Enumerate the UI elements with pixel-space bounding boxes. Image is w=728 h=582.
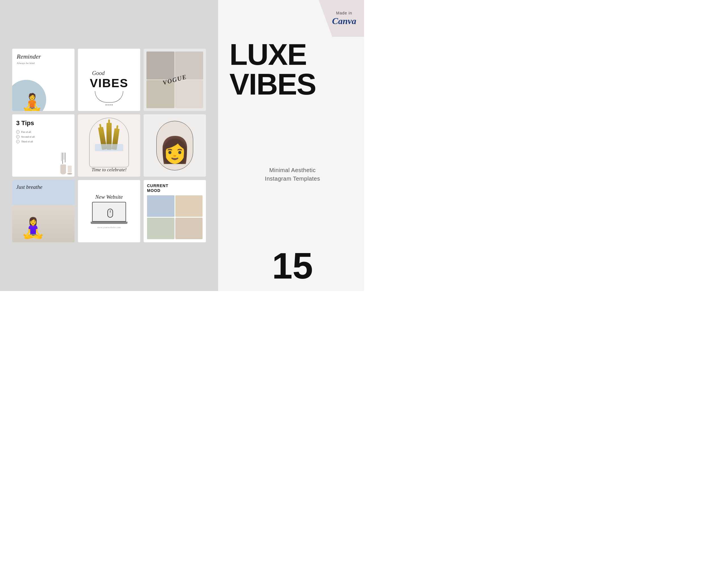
mouse-icon xyxy=(107,209,113,218)
mood-title: CURRENTMOOD xyxy=(147,184,203,193)
canva-text: Canva xyxy=(332,16,356,26)
mood-img-2 xyxy=(175,195,203,217)
vogue-img-4 xyxy=(175,80,203,108)
mood-collage xyxy=(147,195,203,239)
tip-check-3: ✓ xyxy=(16,140,20,143)
dots-decoration xyxy=(106,105,112,105)
tip-item-1: ✓ Fist of all xyxy=(16,130,71,134)
card-celebrate[interactable]: Time to celebrate! xyxy=(78,114,140,177)
made-in-text: Made in xyxy=(336,11,353,15)
left-panel: Reminder Always be kind 🧘 Good VIBES xyxy=(0,0,218,291)
brand-title-area: LUXE VIBES xyxy=(230,39,356,99)
vibes-text: VIBES xyxy=(90,77,128,90)
laptop-shape xyxy=(90,202,128,224)
mood-img-1 xyxy=(147,195,175,217)
card-reminder[interactable]: Reminder Always be kind 🧘 xyxy=(12,49,75,111)
diffuser-bottle xyxy=(60,164,66,174)
bottle-ice xyxy=(95,144,123,151)
tip-check-2: ✓ xyxy=(16,135,20,138)
card-website[interactable]: New Website www.yourwebsite.com xyxy=(78,180,140,242)
card-oval[interactable]: 👩 xyxy=(144,114,206,177)
brand-section: LUXE VIBES Minimal Aesthetic Instagram T… xyxy=(230,39,356,282)
woman-figure: 👩 xyxy=(159,135,191,165)
tip-text-1: Fist of all xyxy=(21,131,31,133)
card-vogue[interactable]: VOGUE xyxy=(144,49,206,111)
brand-number: 15 xyxy=(230,249,356,282)
arc-line xyxy=(95,91,123,103)
diffuser-sticks xyxy=(61,153,66,164)
mood-img-4 xyxy=(175,218,203,239)
brand-title-line2: VIBES xyxy=(230,70,356,99)
tip-text-2: Second of all xyxy=(21,135,35,138)
card-good-vibes[interactable]: Good VIBES xyxy=(78,49,140,111)
beach-figure: 🧘‍♀️ xyxy=(21,218,45,238)
card-breathe[interactable]: Just breathe 🧘‍♀️ xyxy=(12,180,75,242)
tip-item-3: ✓ Third of all xyxy=(16,140,71,143)
tip-item-2: ✓ Second of all xyxy=(16,135,71,138)
celebrate-text: Time to celebrate! xyxy=(92,167,127,173)
vogue-img-1 xyxy=(147,52,175,80)
tip-text-3: Third of all xyxy=(21,140,33,143)
brand-subtitle-line1: Minimal Aesthetic xyxy=(230,166,356,174)
website-title: New Website xyxy=(96,194,123,200)
good-text: Good xyxy=(92,70,105,77)
website-url: www.yourwebsite.com xyxy=(97,226,121,229)
yoga-icon: 🧘 xyxy=(18,74,46,111)
reminder-title: Reminder xyxy=(17,53,41,60)
reminder-subtitle: Always be kind xyxy=(17,62,35,64)
brand-subtitle-line2: Instagram Templates xyxy=(230,174,356,183)
card-current-mood[interactable]: CURRENTMOOD xyxy=(144,180,206,242)
template-grid: Reminder Always be kind 🧘 Good VIBES xyxy=(12,49,206,242)
bottles-area xyxy=(100,123,118,150)
candle-area xyxy=(60,153,72,174)
card-tips[interactable]: 3 Tips ✓ Fist of all ✓ Second of all ✓ T… xyxy=(12,114,75,177)
breathe-text: Just breathe xyxy=(16,184,43,191)
laptop-screen xyxy=(92,202,126,222)
right-panel: Made in Canva LUXE VIBES Minimal Aesthet… xyxy=(218,0,364,291)
canva-badge: Made in Canva xyxy=(319,0,364,37)
tips-title: 3 Tips xyxy=(16,119,71,127)
mood-img-3 xyxy=(147,218,175,239)
brand-title-line1: LUXE xyxy=(230,39,356,70)
laptop-keyboard xyxy=(90,222,128,224)
brand-subtitle-area: Minimal Aesthetic Instagram Templates xyxy=(230,166,356,183)
oval-frame: 👩 xyxy=(156,121,193,170)
tip-check-1: ✓ xyxy=(16,130,20,134)
